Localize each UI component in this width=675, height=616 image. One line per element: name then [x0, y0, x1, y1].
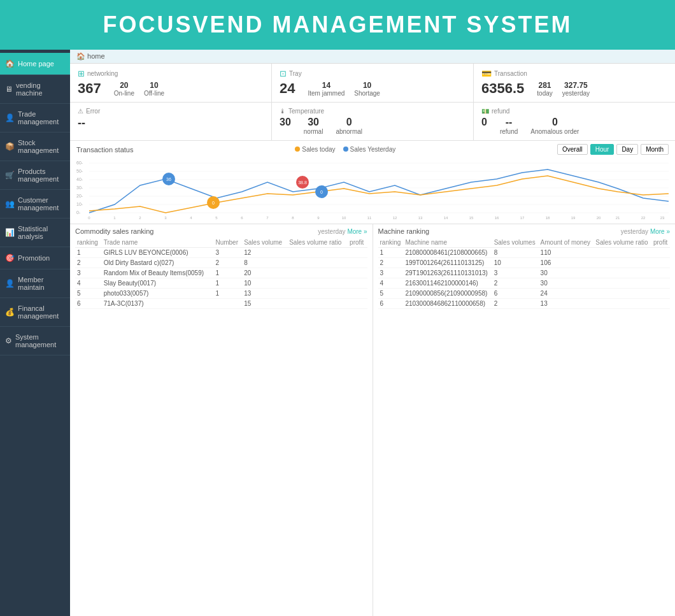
sidebar-item-vending[interactable]: 🖥 vending machine: [0, 75, 70, 104]
chart-btn-day[interactable]: Day: [616, 144, 638, 155]
svg-text:1: 1: [113, 216, 116, 220]
refund-numbers: 0 -- refund 0 Anomalous order: [481, 117, 667, 135]
svg-text:0: 0: [320, 190, 323, 194]
svg-text:0: 0: [88, 216, 90, 220]
sidebar-item-trade[interactable]: 👤 Trade management: [0, 104, 70, 133]
commodity-yesterday: yesterday More »: [318, 228, 367, 235]
table-row: 1210800008461(2108000665)8110: [378, 248, 671, 258]
machine-table-section: Machine ranking yesterday More » ranking…: [373, 224, 676, 616]
col-machine-name: Machine name: [403, 238, 492, 248]
col-sales-volume: Sales volume: [242, 238, 287, 248]
error-section: ⚠ Error --: [70, 103, 272, 140]
breadcrumb: 🏠 home: [70, 50, 675, 64]
table-row: 2Old Dirty Bastard c)(027)28: [75, 258, 367, 268]
sidebar-item-customer[interactable]: 👥 Customer management: [0, 190, 70, 218]
commodity-table-title: Commodity sales ranking: [75, 227, 154, 235]
networking-section: ⊞ networking 367 20 On-line 10 Off-line: [70, 64, 272, 102]
promotion-icon: 🎯: [5, 254, 15, 262]
commodity-more-link[interactable]: More »: [347, 228, 367, 235]
col-sales-volumes: Sales volumes: [492, 238, 539, 248]
sidebar-item-label: vending machine: [16, 82, 65, 97]
table-row: 2199T001264(26111013125)10106: [378, 258, 671, 268]
svg-text:9: 9: [317, 216, 320, 220]
temperature-section: 🌡 Temperature 30 30 normal 0 abnormal: [272, 103, 474, 140]
svg-text:15: 15: [469, 216, 474, 220]
trade-icon: 👤: [5, 113, 15, 122]
svg-text:19: 19: [571, 216, 576, 220]
tray-numbers: 24 14 Item jammed 10 Shortage: [280, 80, 465, 97]
main-layout: 🏠 Home page 🖥 vending machine 👤 Trade ma…: [0, 50, 675, 616]
temp-normal: 30 normal: [304, 117, 323, 135]
tray-icon: ⊡: [280, 69, 287, 78]
sidebar-item-stock[interactable]: 📦 Stock management: [0, 133, 70, 161]
online-stat: 20 On-line: [114, 81, 134, 97]
commodity-table-section: Commodity sales ranking yesterday More »…: [70, 224, 373, 616]
machine-table-header-row: ranking Machine name Sales volumes Amoun…: [378, 238, 671, 248]
today-stat: 281 today: [537, 81, 552, 97]
svg-text:3: 3: [164, 216, 167, 220]
svg-text:40-: 40-: [76, 177, 83, 182]
temp-icon: 🌡: [280, 108, 286, 115]
temp-main: 30: [280, 117, 291, 135]
svg-text:30-: 30-: [76, 185, 83, 190]
dashboard: 🏠 home ⊞ networking 367 20 On-line: [70, 50, 675, 616]
sidebar-item-label: Products management: [18, 168, 65, 183]
error-label: ⚠ Error: [78, 108, 264, 115]
svg-text:17: 17: [520, 216, 525, 220]
chart-legend: Sales today Sales Yesterday: [295, 146, 395, 153]
svg-text:16: 16: [495, 216, 499, 220]
sidebar-item-financial[interactable]: 💰 Financal management: [0, 298, 70, 327]
table-row: 671A-3C(0137)15: [75, 299, 367, 309]
chart-btn-month[interactable]: Month: [641, 144, 669, 155]
chart-btn-hour[interactable]: Hour: [590, 144, 615, 155]
table-row: 421630011462100000146)230: [378, 278, 671, 289]
chart-btn-overall[interactable]: Overall: [557, 144, 588, 155]
commodity-table: ranking Trade name Number Sales volume S…: [75, 238, 367, 309]
commodity-table-header-row: ranking Trade name Number Sales volume S…: [75, 238, 367, 248]
table-row: 1GIRLS LUV BEYONCE(0006)312: [75, 248, 367, 258]
col-trade-name: Trade name: [102, 238, 214, 248]
tables-area: Commodity sales ranking yesterday More »…: [70, 224, 675, 616]
yesterday-stat: 327.75 yesterday: [562, 81, 590, 97]
sidebar: 🏠 Home page 🖥 vending machine 👤 Trade ma…: [0, 50, 70, 616]
sidebar-item-products[interactable]: 🛒 Products management: [0, 161, 70, 190]
machine-yesterday: yesterday More »: [621, 228, 670, 235]
home-icon: 🏠: [5, 59, 15, 68]
networking-main: 367: [78, 80, 101, 97]
sidebar-item-system[interactable]: ⚙ System management: [0, 327, 70, 355]
error-value: --: [78, 117, 264, 130]
sidebar-item-label: Customer management: [18, 196, 65, 211]
chart-area: Transaction status Sales today Sales Yes…: [70, 141, 675, 224]
machine-table-header: Machine ranking yesterday More »: [378, 227, 671, 235]
table-row: 3Random Mix of Beauty Items(0059)120: [75, 268, 367, 278]
svg-text:2: 2: [139, 216, 141, 220]
networking-numbers: 367 20 On-line 10 Off-line: [78, 80, 264, 97]
svg-text:18: 18: [546, 216, 550, 220]
networking-sub: 20 On-line 10 Off-line: [114, 81, 164, 97]
sidebar-item-promotion[interactable]: 🎯 Promotion: [0, 247, 70, 269]
table-row: 4Slay Beauty(0017)110: [75, 278, 367, 289]
tray-main: 24: [280, 80, 295, 97]
member-icon: 👤: [5, 279, 15, 288]
temp-numbers: 30 30 normal 0 abnormal: [280, 117, 465, 135]
sidebar-item-home[interactable]: 🏠 Home page: [0, 53, 70, 75]
app-title: FOCUSVEND MANAGEMENT SYSTEM: [0, 11, 675, 38]
svg-text:38.8: 38.8: [298, 180, 307, 185]
sidebar-item-label: Member maintain: [18, 276, 65, 291]
sidebar-item-member[interactable]: 👤 Member maintain: [0, 269, 70, 298]
sidebar-item-label: Trade management: [18, 110, 65, 125]
svg-text:23: 23: [660, 216, 665, 220]
svg-text:22: 22: [641, 216, 646, 220]
refund-icon: 💵: [481, 108, 489, 115]
machine-table: ranking Machine name Sales volumes Amoun…: [378, 238, 671, 309]
svg-text:20: 20: [597, 216, 601, 220]
svg-text:6: 6: [241, 216, 243, 220]
sidebar-item-label: Home page: [18, 60, 54, 68]
machine-more-link[interactable]: More »: [650, 228, 670, 235]
svg-text:36: 36: [166, 177, 171, 182]
chart-controls: Overall Hour Day Month: [557, 144, 669, 155]
sidebar-item-stats[interactable]: 📊 Statistical analysis: [0, 218, 70, 247]
transaction-icon: 💳: [481, 69, 492, 78]
chart-header: Transaction status Sales today Sales Yes…: [76, 144, 669, 155]
stats-row: ⊞ networking 367 20 On-line 10 Off-line: [70, 64, 675, 103]
